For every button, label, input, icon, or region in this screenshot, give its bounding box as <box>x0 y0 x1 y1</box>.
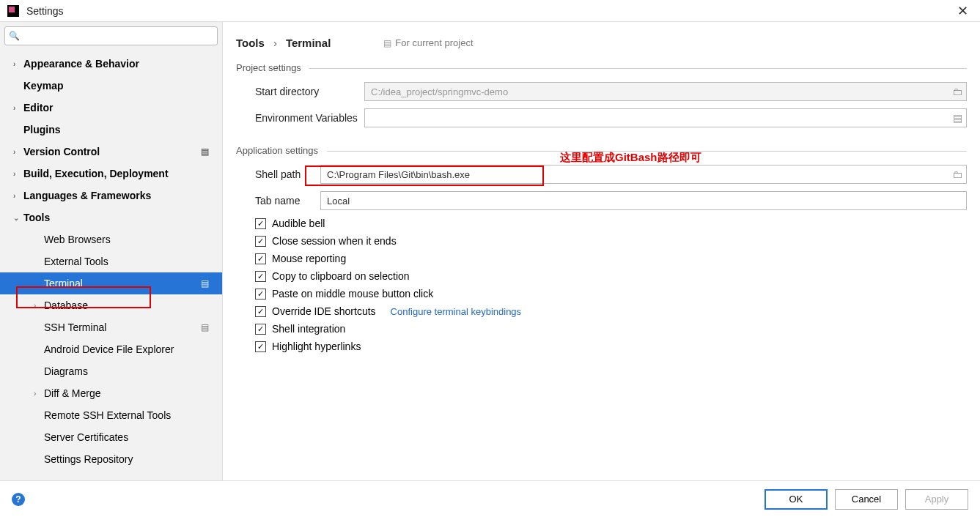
check-shell-integration[interactable]: ✓Shell integration <box>255 323 967 335</box>
settings-sidebar: 🔍 ›Appearance & BehaviorKeymap›EditorPlu… <box>0 22 223 480</box>
tree-item-label: Plugins <box>23 124 61 135</box>
tree-item-label: Settings Repository <box>44 453 133 465</box>
checkbox-icon[interactable]: ✓ <box>255 289 266 300</box>
settings-tree[interactable]: ›Appearance & BehaviorKeymap›EditorPlugi… <box>0 50 222 480</box>
tree-item-label: Editor <box>23 102 53 114</box>
check-highlight-hyperlinks[interactable]: ✓Highlight hyperlinks <box>255 341 967 352</box>
link-configure-keybindings[interactable]: Configure terminal keybindings <box>391 306 521 317</box>
tree-item-version-control[interactable]: ›Version Control▤ <box>0 141 222 163</box>
checkbox-icon[interactable]: ✓ <box>255 324 266 335</box>
project-scope-icon: ▤ <box>201 146 209 157</box>
checkbox-icon[interactable]: ✓ <box>255 253 266 264</box>
dialog-footer: ? OK Cancel Apply <box>0 480 980 517</box>
project-scope-icon: ▤ <box>383 38 391 48</box>
chevron-icon: › <box>34 302 44 310</box>
help-icon[interactable]: ? <box>12 493 25 506</box>
tree-item-appearance-behavior[interactable]: ›Appearance & Behavior <box>0 53 222 75</box>
annotation-text: 这里配置成GitBash路径即可 <box>560 151 701 165</box>
tree-item-label: Remote SSH External Tools <box>44 409 171 421</box>
window-title: Settings <box>26 5 64 17</box>
for-current-project-tag: ▤ For current project <box>383 37 473 48</box>
tree-item-server-certificates[interactable]: Server Certificates <box>0 426 222 448</box>
input-tab-name[interactable] <box>320 191 967 210</box>
tree-item-ssh-terminal[interactable]: SSH Terminal▤ <box>0 316 222 338</box>
folder-icon[interactable]: 🗀 <box>952 168 962 180</box>
check-close-session[interactable]: ✓Close session when it ends <box>255 235 967 247</box>
breadcrumb-current: Terminal <box>286 37 331 49</box>
tree-item-android-device-file-explorer[interactable]: Android Device File Explorer <box>0 338 222 360</box>
tree-item-diagrams[interactable]: Diagrams <box>0 360 222 382</box>
check-paste-middle[interactable]: ✓Paste on middle mouse button click <box>255 288 967 300</box>
breadcrumb: Tools › Terminal ▤ For current project <box>236 37 967 49</box>
tree-item-web-browsers[interactable]: Web Browsers <box>0 228 222 250</box>
tree-item-terminal[interactable]: Terminal▤ <box>0 272 222 294</box>
tree-item-build-execution-deployment[interactable]: ›Build, Execution, Deployment <box>0 163 222 185</box>
tree-item-label: Diagrams <box>44 365 88 377</box>
label-tab-name: Tab name <box>236 195 320 207</box>
input-shell-path[interactable] <box>320 165 967 184</box>
tree-item-label: Database <box>44 300 88 311</box>
chevron-icon: › <box>13 60 23 68</box>
apply-button[interactable]: Apply <box>905 489 968 510</box>
chevron-icon: › <box>13 170 23 178</box>
project-scope-icon: ▤ <box>201 278 209 289</box>
check-mouse-reporting[interactable]: ✓Mouse reporting <box>255 253 967 264</box>
tree-item-diff-merge[interactable]: ›Diff & Merge <box>0 382 222 404</box>
close-icon[interactable]: ✕ <box>953 4 973 18</box>
search-input[interactable] <box>4 26 218 45</box>
row-env-vars: Environment Variables ▤ <box>236 108 967 127</box>
tree-item-plugins[interactable]: Plugins <box>0 119 222 141</box>
chevron-icon: › <box>34 390 44 398</box>
tree-item-label: Keymap <box>23 80 63 92</box>
tree-item-label: Languages & Frameworks <box>23 190 151 201</box>
breadcrumb-root[interactable]: Tools <box>236 37 265 49</box>
tree-item-tools[interactable]: ⌄Tools <box>0 207 222 228</box>
input-start-directory[interactable] <box>364 82 967 101</box>
cancel-button[interactable]: Cancel <box>835 489 898 510</box>
tree-item-label: Server Certificates <box>44 431 128 443</box>
check-audible-bell[interactable]: ✓Audible bell <box>255 217 967 229</box>
tree-item-keymap[interactable]: Keymap <box>0 75 222 97</box>
input-env-vars[interactable] <box>364 108 967 127</box>
checkbox-icon[interactable]: ✓ <box>255 236 266 247</box>
tree-item-database[interactable]: ›Database <box>0 294 222 316</box>
tree-item-label: Android Device File Explorer <box>44 343 174 355</box>
checkbox-icon[interactable]: ✓ <box>255 341 266 352</box>
checkbox-icon[interactable]: ✓ <box>255 306 266 317</box>
check-copy-clipboard[interactable]: ✓Copy to clipboard on selection <box>255 270 967 282</box>
tree-item-label: Build, Execution, Deployment <box>23 168 169 179</box>
folder-icon[interactable]: 🗀 <box>952 86 962 97</box>
tree-item-external-tools[interactable]: External Tools <box>0 250 222 272</box>
tree-item-remote-ssh-external-tools[interactable]: Remote SSH External Tools <box>0 404 222 426</box>
app-icon <box>7 5 19 17</box>
tree-item-label: Web Browsers <box>44 234 111 245</box>
checkbox-icon[interactable]: ✓ <box>255 271 266 282</box>
row-start-directory: Start directory 🗀 <box>236 82 967 101</box>
chevron-icon: › <box>13 104 23 112</box>
tree-item-label: Terminal <box>44 278 83 289</box>
check-override-ide[interactable]: ✓Override IDE shortcutsConfigure termina… <box>255 305 967 317</box>
tree-item-languages-frameworks[interactable]: ›Languages & Frameworks <box>0 185 222 207</box>
list-icon[interactable]: ▤ <box>953 112 962 124</box>
tree-item-label: Version Control <box>23 146 100 157</box>
section-project-settings: Project settings <box>236 62 967 73</box>
ok-button[interactable]: OK <box>765 489 828 510</box>
main-pane: 🔍 ›Appearance & BehaviorKeymap›EditorPlu… <box>0 22 980 480</box>
label-shell-path: Shell path <box>236 168 320 180</box>
tree-item-label: Tools <box>23 212 50 223</box>
search-wrap: 🔍 <box>0 22 222 50</box>
tree-item-label: External Tools <box>44 256 108 267</box>
chevron-icon: › <box>13 148 23 156</box>
tree-item-label: SSH Terminal <box>44 321 106 333</box>
project-scope-icon: ▤ <box>201 322 209 332</box>
checkbox-group: ✓Audible bell ✓Close session when it end… <box>236 217 967 352</box>
label-start-directory: Start directory <box>236 86 364 97</box>
row-shell-path: Shell path 🗀 <box>236 165 967 184</box>
tree-item-label: Appearance & Behavior <box>23 58 139 70</box>
label-env-vars: Environment Variables <box>236 112 364 124</box>
checkbox-icon[interactable]: ✓ <box>255 218 266 229</box>
tree-item-settings-repository[interactable]: Settings Repository <box>0 448 222 470</box>
breadcrumb-sep: › <box>273 37 277 49</box>
tree-item-editor[interactable]: ›Editor <box>0 97 222 119</box>
titlebar: Settings ✕ <box>0 0 980 22</box>
